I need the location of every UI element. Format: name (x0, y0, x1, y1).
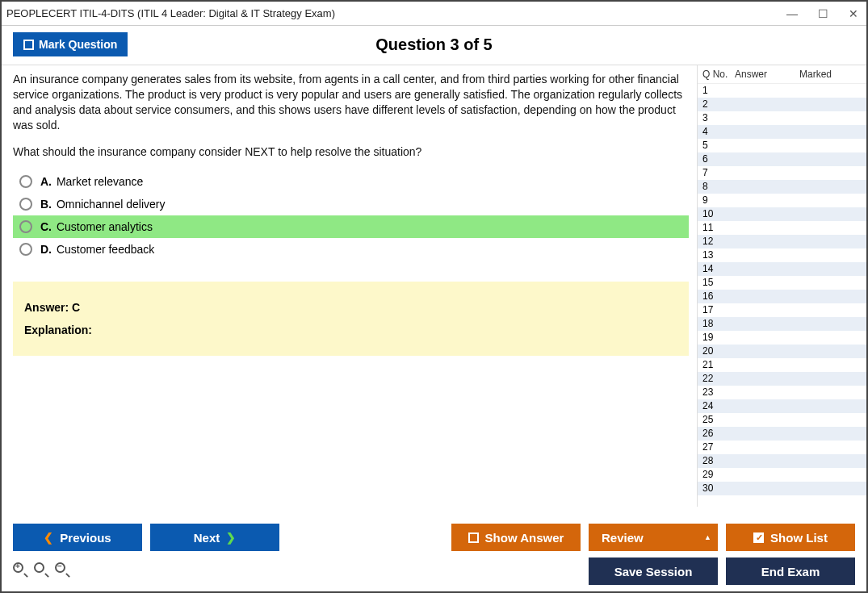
list-row[interactable]: 30 (698, 482, 866, 495)
list-row[interactable]: 19 (698, 331, 866, 345)
question-text: An insurance company generates sales fro… (13, 72, 689, 159)
list-row[interactable]: 11 (698, 221, 866, 235)
list-row[interactable]: 28 (698, 454, 866, 468)
show-list-button[interactable]: Show List (726, 524, 855, 551)
list-row-answer (735, 290, 799, 303)
list-row[interactable]: 26 (698, 427, 866, 441)
option-a-label: A. Market relevance (40, 175, 143, 188)
list-row-qno: 24 (702, 399, 735, 413)
end-exam-button[interactable]: End Exam (726, 558, 855, 585)
list-row-answer (735, 207, 799, 221)
list-row[interactable]: 8 (698, 180, 866, 194)
list-row[interactable]: 15 (698, 276, 866, 290)
list-body[interactable]: 1234567891011121314151617181920212223242… (698, 84, 866, 507)
button-row-1: ❮ Previous Next ❯ Show Answer Review ▲ S… (13, 524, 855, 551)
radio-icon (19, 220, 32, 233)
list-row-answer (735, 139, 799, 152)
bottom-bar: ❮ Previous Next ❯ Show Answer Review ▲ S… (2, 517, 866, 591)
show-list-label: Show List (770, 531, 828, 545)
list-row-marked (799, 290, 862, 303)
list-row-answer (735, 454, 799, 468)
list-row[interactable]: 24 (698, 399, 866, 413)
next-button[interactable]: Next ❯ (150, 524, 279, 551)
review-button[interactable]: Review ▲ (589, 524, 718, 551)
option-a[interactable]: A. Market relevance (13, 170, 689, 193)
list-row[interactable]: 5 (698, 139, 866, 152)
list-row-answer (735, 317, 799, 331)
list-row[interactable]: 2 (698, 98, 866, 111)
list-row-marked (799, 372, 862, 386)
list-row-marked (799, 194, 862, 207)
list-row-answer (735, 235, 799, 248)
list-row[interactable]: 14 (698, 262, 866, 276)
show-answer-button[interactable]: Show Answer (451, 524, 581, 551)
previous-button[interactable]: ❮ Previous (13, 524, 142, 551)
list-row[interactable]: 29 (698, 468, 866, 482)
list-row[interactable]: 1 (698, 84, 866, 98)
list-row-qno: 3 (702, 111, 735, 125)
list-row[interactable]: 25 (698, 413, 866, 427)
mark-question-label: Mark Question (39, 38, 117, 51)
list-row-marked (799, 331, 862, 345)
minimize-icon[interactable]: — (784, 7, 800, 20)
list-row-qno: 26 (702, 427, 735, 441)
list-row[interactable]: 18 (698, 317, 866, 331)
list-row[interactable]: 7 (698, 166, 866, 180)
list-row-answer (735, 358, 799, 372)
save-session-button[interactable]: Save Session (589, 558, 718, 585)
list-row-answer (735, 194, 799, 207)
list-row-answer (735, 180, 799, 194)
list-row[interactable]: 6 (698, 152, 866, 166)
close-icon[interactable]: ✕ (845, 7, 862, 20)
list-row-qno: 9 (702, 194, 735, 207)
list-row-marked (799, 317, 862, 331)
zoom-controls: + − (13, 562, 69, 581)
list-row-marked (799, 207, 862, 221)
list-row[interactable]: 3 (698, 111, 866, 125)
list-row[interactable]: 4 (698, 125, 866, 139)
option-d[interactable]: D. Customer feedback (13, 238, 689, 261)
list-row-answer (735, 276, 799, 290)
list-row-marked (799, 125, 862, 139)
top-bar: Mark Question Question 3 of 5 (2, 26, 866, 65)
checkbox-checked-icon (753, 532, 764, 543)
list-row-qno: 30 (702, 482, 735, 495)
zoom-reset-icon[interactable] (34, 562, 48, 581)
list-row[interactable]: 27 (698, 441, 866, 454)
list-row[interactable]: 12 (698, 235, 866, 248)
maximize-icon[interactable]: ☐ (815, 7, 831, 20)
show-answer-label: Show Answer (485, 531, 564, 545)
list-row[interactable]: 16 (698, 290, 866, 303)
option-b[interactable]: B. Omnichannel delivery (13, 193, 689, 215)
list-row[interactable]: 21 (698, 358, 866, 372)
list-row-answer (735, 262, 799, 276)
list-row-answer (735, 303, 799, 317)
list-row-marked (799, 98, 862, 111)
list-row-marked (799, 248, 862, 262)
list-row[interactable]: 22 (698, 372, 866, 386)
list-row-marked (799, 166, 862, 180)
list-row[interactable]: 13 (698, 248, 866, 262)
option-b-label: B. Omnichannel delivery (40, 198, 166, 211)
list-row[interactable]: 23 (698, 386, 866, 399)
list-row-answer (735, 468, 799, 482)
list-row[interactable]: 10 (698, 207, 866, 221)
zoom-out-icon[interactable]: − (55, 562, 69, 581)
option-c[interactable]: C. Customer analytics (13, 215, 689, 238)
list-row[interactable]: 9 (698, 194, 866, 207)
list-row-qno: 12 (702, 235, 735, 248)
button-row-2: + − Save Session End Exam (13, 558, 855, 585)
list-row[interactable]: 20 (698, 345, 866, 358)
list-row-answer (735, 248, 799, 262)
list-row-marked (799, 276, 862, 290)
col-answer: Answer (735, 69, 799, 80)
zoom-in-icon[interactable]: + (13, 562, 27, 581)
review-label: Review (602, 531, 644, 545)
list-row-marked (799, 413, 862, 427)
list-row[interactable]: 17 (698, 303, 866, 317)
list-row-marked (799, 152, 862, 166)
list-row-answer (735, 441, 799, 454)
mark-question-button[interactable]: Mark Question (13, 32, 128, 56)
list-row-qno: 22 (702, 372, 735, 386)
title-bar: PEOPLECERT ITIL-4-DITS (ITIL 4 Leader: D… (2, 2, 866, 26)
